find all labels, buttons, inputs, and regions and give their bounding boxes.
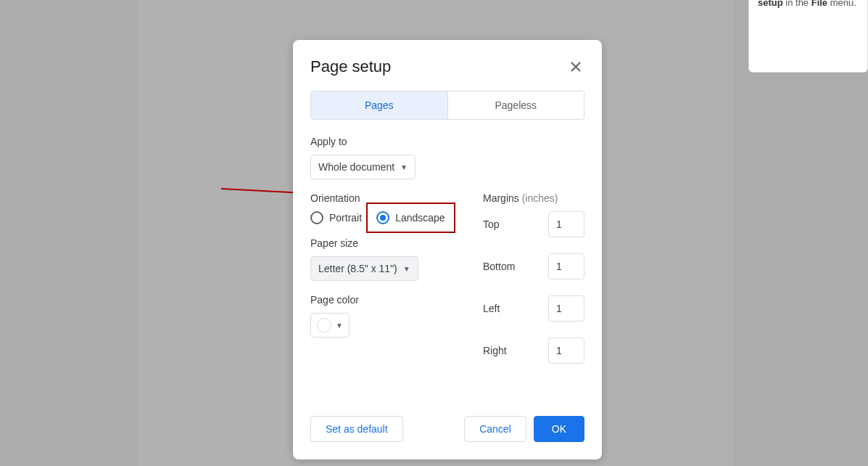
chevron-down-icon: ▼ [336, 322, 343, 330]
right-column: Margins (inches) Top Bottom Left Right [483, 192, 584, 380]
apply-to-dropdown[interactable]: Whole document ▼ [310, 155, 416, 179]
footer-right-buttons: Cancel OK [464, 416, 584, 442]
paper-size-section: Paper size Letter (8.5" x 11") ▼ [310, 237, 461, 281]
margins-label: Margins (inches) [483, 192, 584, 204]
dialog-footer: Set as default Cancel OK [310, 416, 584, 442]
margin-top-row: Top [483, 211, 584, 237]
margin-left-input[interactable] [548, 295, 584, 322]
dialog-header: Page setup [310, 57, 584, 76]
left-column: Orientation Portrait Landscape Paper siz… [310, 192, 461, 380]
ok-button[interactable]: OK [534, 416, 584, 442]
margin-top-input[interactable] [548, 211, 584, 237]
margin-top-label: Top [483, 218, 500, 230]
cancel-button[interactable]: Cancel [464, 416, 526, 442]
page-setup-dialog: Page setup Pages Pageless Apply to Whole… [293, 40, 602, 459]
orientation-section: Orientation Portrait Landscape [310, 192, 461, 224]
tab-pageless[interactable]: Pageless [448, 91, 584, 119]
margin-bottom-row: Bottom [483, 253, 584, 279]
margin-right-input[interactable] [548, 338, 584, 364]
tab-group: Pages Pageless [310, 91, 584, 120]
margin-left-row: Left [483, 295, 584, 322]
color-swatch-icon [317, 318, 331, 332]
margin-bottom-label: Bottom [483, 261, 515, 272]
apply-to-section: Apply to Whole document ▼ [310, 136, 584, 179]
close-icon[interactable] [567, 58, 584, 75]
tab-pages[interactable]: Pages [311, 91, 448, 119]
orientation-radio-group: Portrait Landscape [310, 211, 461, 224]
page-color-dropdown[interactable]: ▼ [310, 313, 350, 338]
apply-to-label: Apply to [310, 136, 584, 147]
paper-size-dropdown[interactable]: Letter (8.5" x 11") ▼ [310, 256, 418, 281]
chevron-down-icon: ▼ [400, 163, 408, 171]
margin-bottom-input[interactable] [548, 253, 584, 279]
margin-right-row: Right [483, 338, 584, 364]
page-color-label: Page color [310, 294, 461, 306]
dialog-title: Page setup [310, 57, 391, 76]
landscape-radio[interactable]: Landscape [366, 203, 455, 233]
form-body: Orientation Portrait Landscape Paper siz… [310, 192, 584, 380]
paper-size-label: Paper size [310, 237, 461, 249]
radio-icon [310, 211, 323, 224]
set-default-button[interactable]: Set as default [310, 416, 403, 442]
margin-right-label: Right [483, 345, 507, 356]
radio-icon [376, 211, 389, 224]
portrait-radio[interactable]: Portrait [310, 211, 362, 224]
chevron-down-icon: ▼ [403, 265, 410, 273]
page-color-section: Page color ▼ [310, 294, 461, 338]
margin-left-label: Left [483, 303, 500, 314]
help-panel: setup in the File menu. [748, 0, 868, 73]
